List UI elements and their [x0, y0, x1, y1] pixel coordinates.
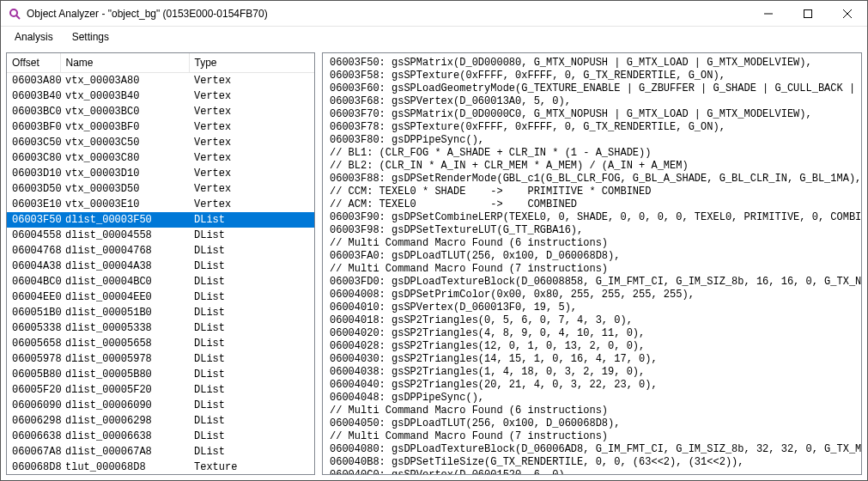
cell-name: dlist_00005B80 — [60, 367, 189, 382]
cell-type: Vertex — [189, 150, 314, 166]
table-row[interactable]: 06005658dlist_00005658DList — [7, 336, 314, 351]
table-row[interactable]: 06004EE0dlist_00004EE0DList — [7, 289, 314, 305]
cell-name: dlist_00004558 — [60, 228, 189, 243]
disassembly-pane[interactable]: 06003F50: gsSPMatrix(D_0D000080, G_MTX_N… — [322, 52, 862, 475]
object-list-scroll[interactable]: Offset Name Type 06003A80vtx_00003A80Ver… — [7, 53, 314, 474]
cell-name: dlist_00004BC0 — [60, 274, 189, 289]
cell-name: dlist_00006298 — [60, 413, 189, 429]
table-row[interactable]: 06003BC0vtx_00003BC0Vertex — [7, 104, 314, 119]
table-row[interactable]: 06003D50vtx_00003D50Vertex — [7, 181, 314, 197]
cell-offset: 06006090 — [7, 398, 60, 413]
cell-type: DList — [189, 228, 314, 243]
cell-name: dlist_000067A8 — [60, 444, 189, 460]
svg-rect-3 — [804, 9, 812, 17]
cell-offset: 06003BF0 — [7, 119, 60, 135]
maximize-button[interactable] — [788, 1, 828, 26]
table-row[interactable]: 060067A8dlist_000067A8DList — [7, 444, 314, 460]
cell-type: DList — [189, 320, 314, 336]
table-row[interactable]: 06003BF0vtx_00003BF0Vertex — [7, 119, 314, 135]
cell-type: Vertex — [189, 166, 314, 181]
content-area: Offset Name Type 06003A80vtx_00003A80Ver… — [1, 47, 867, 480]
cell-name: dlist_00006638 — [60, 429, 189, 444]
close-button[interactable] — [828, 1, 867, 26]
cell-type: DList — [189, 398, 314, 413]
titlebar: Object Analyzer - "object_bg" (0153E000-… — [1, 1, 867, 27]
cell-name: vtx_00003D10 — [60, 166, 189, 181]
cell-type: Vertex — [189, 119, 314, 135]
table-row[interactable]: 06004768dlist_00004768DList — [7, 243, 314, 259]
cell-name: vtx_00003D50 — [60, 181, 189, 197]
cell-name: dlist_00005F20 — [60, 382, 189, 398]
table-row[interactable]: 06006638dlist_00006638DList — [7, 429, 314, 444]
cell-type: DList — [189, 413, 314, 429]
cell-name: vtx_00003C80 — [60, 150, 189, 166]
cell-name: vtx_00003BC0 — [60, 104, 189, 119]
minimize-button[interactable] — [749, 1, 788, 26]
cell-name: dlist_00005658 — [60, 336, 189, 351]
cell-offset: 06004EE0 — [7, 289, 60, 305]
table-row[interactable]: 06005978dlist_00005978DList — [7, 351, 314, 367]
cell-type: Vertex — [189, 88, 314, 104]
table-row[interactable]: 060068D8tlut_000068D8Texture — [7, 460, 314, 474]
cell-type: Vertex — [189, 135, 314, 150]
cell-name: dlist_00004768 — [60, 243, 189, 259]
cell-type: DList — [189, 259, 314, 274]
cell-type: DList — [189, 444, 314, 460]
menu-settings[interactable]: Settings — [64, 28, 118, 46]
table-row[interactable]: 06006298dlist_00006298DList — [7, 413, 314, 429]
cell-name: dlist_000051B0 — [60, 305, 189, 320]
table-row[interactable]: 060051B0dlist_000051B0DList — [7, 305, 314, 320]
cell-offset: 060068D8 — [7, 460, 60, 474]
table-row[interactable]: 06004A38dlist_00004A38DList — [7, 259, 314, 274]
table-row[interactable]: 06003C80vtx_00003C80Vertex — [7, 150, 314, 166]
table-row[interactable]: 06003A80vtx_00003A80Vertex — [7, 73, 314, 89]
cell-offset: 06004A38 — [7, 259, 60, 274]
cell-offset: 06003C50 — [7, 135, 60, 150]
window-root: Object Analyzer - "object_bg" (0153E000-… — [0, 0, 868, 481]
cell-offset: 06004558 — [7, 228, 60, 243]
col-header-type[interactable]: Type — [189, 53, 314, 73]
object-list-table: Offset Name Type 06003A80vtx_00003A80Ver… — [7, 53, 314, 474]
cell-offset: 060067A8 — [7, 444, 60, 460]
cell-name: dlist_00004EE0 — [60, 289, 189, 305]
cell-offset: 06003A80 — [7, 73, 60, 89]
cell-offset: 06005338 — [7, 320, 60, 336]
cell-type: Texture — [189, 460, 314, 474]
table-row[interactable]: 06004558dlist_00004558DList — [7, 228, 314, 243]
cell-name: vtx_00003A80 — [60, 73, 189, 89]
cell-name: dlist_00005978 — [60, 351, 189, 367]
window-buttons — [749, 1, 867, 26]
table-row[interactable]: 06005F20dlist_00005F20DList — [7, 382, 314, 398]
cell-offset: 06003D10 — [7, 166, 60, 181]
cell-name: vtx_00003BF0 — [60, 119, 189, 135]
cell-type: DList — [189, 429, 314, 444]
cell-type: Vertex — [189, 73, 314, 89]
disassembly-text[interactable]: 06003F50: gsSPMatrix(D_0D000080, G_MTX_N… — [330, 57, 862, 475]
col-header-offset[interactable]: Offset — [7, 53, 60, 73]
table-row[interactable]: 06003B40vtx_00003B40Vertex — [7, 88, 314, 104]
cell-type: Vertex — [189, 197, 314, 212]
cell-offset: 06004768 — [7, 243, 60, 259]
menu-analysis[interactable]: Analysis — [6, 28, 62, 46]
table-row[interactable]: 06005338dlist_00005338DList — [7, 320, 314, 336]
table-row[interactable]: 06003C50vtx_00003C50Vertex — [7, 135, 314, 150]
col-header-name[interactable]: Name — [60, 53, 189, 73]
table-row[interactable]: 06006090dlist_00006090DList — [7, 398, 314, 413]
table-row[interactable]: 06003F50dlist_00003F50DList — [7, 212, 314, 228]
svg-line-1 — [16, 15, 20, 19]
cell-name: dlist_00003F50 — [60, 212, 189, 228]
cell-name: dlist_00005338 — [60, 320, 189, 336]
cell-type: DList — [189, 243, 314, 259]
cell-type: Vertex — [189, 104, 314, 119]
cell-name: vtx_00003C50 — [60, 135, 189, 150]
table-row[interactable]: 06003D10vtx_00003D10Vertex — [7, 166, 314, 181]
cell-type: DList — [189, 289, 314, 305]
menubar: Analysis Settings — [1, 27, 867, 47]
table-row[interactable]: 06004BC0dlist_00004BC0DList — [7, 274, 314, 289]
cell-offset: 06003BC0 — [7, 104, 60, 119]
cell-offset: 06003B40 — [7, 88, 60, 104]
cell-type: DList — [189, 382, 314, 398]
cell-offset: 06005978 — [7, 351, 60, 367]
table-row[interactable]: 06003E10vtx_00003E10Vertex — [7, 197, 314, 212]
table-row[interactable]: 06005B80dlist_00005B80DList — [7, 367, 314, 382]
